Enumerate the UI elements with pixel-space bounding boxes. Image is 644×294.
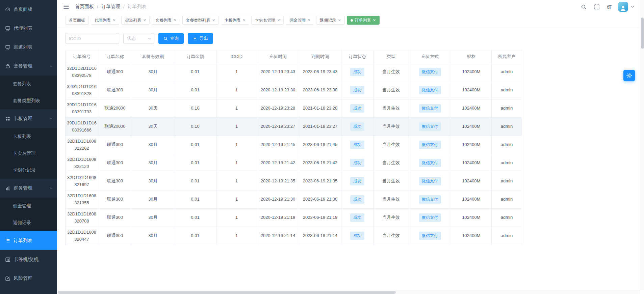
- cell-name: 联通300: [98, 227, 132, 245]
- chevron-up-icon: [49, 117, 53, 121]
- close-icon[interactable]: ×: [174, 18, 176, 23]
- sidebar-item-agents[interactable]: 代理列表: [0, 19, 57, 38]
- cell-recharge_time: 2020-12-19 21:42: [257, 154, 299, 172]
- tab-item[interactable]: 首页面板: [65, 16, 89, 25]
- cell-type: 当月生效: [373, 99, 409, 118]
- cell-iccid: 1: [216, 190, 257, 209]
- avatar[interactable]: [618, 2, 628, 12]
- orders-table: 订单编号订单名称套餐有效期订单金额ICCID充值时间到期时间订单状态类型充值方式…: [65, 50, 522, 245]
- tab-label: 首页面板: [69, 18, 85, 23]
- cell-spec: 102400M: [451, 190, 492, 209]
- cell-amount: 0.01: [174, 190, 216, 209]
- chevron-down-icon[interactable]: [630, 5, 635, 9]
- cell-iccid: 1: [216, 172, 257, 190]
- search-icon[interactable]: [581, 4, 587, 10]
- sidebar-subitem[interactable]: 卡划分记录: [0, 162, 57, 179]
- sidebar-subitem[interactable]: 卡板列表: [0, 128, 57, 145]
- sidebar-item-card-stop[interactable]: 卡停机/复机: [0, 250, 57, 269]
- menu-collapse-icon[interactable]: [63, 3, 70, 10]
- fullscreen-icon[interactable]: [594, 4, 600, 10]
- sidebar-item-label: 订单列表: [14, 238, 32, 244]
- table-row: 39D1D1D1D1608391733联通2000030天0.1012020-1…: [66, 99, 522, 118]
- sidebar-item-finance[interactable]: 财务管理: [0, 179, 57, 198]
- close-icon[interactable]: ×: [212, 18, 215, 23]
- cell-iccid: 1: [216, 63, 257, 81]
- cell-spec: 102400M: [451, 81, 492, 99]
- cell-amount: 0.01: [174, 81, 216, 99]
- horizontal-scrollbar[interactable]: [57, 290, 640, 294]
- cell-expire_time: 2023-06-19 21:19: [299, 209, 341, 227]
- tab-item[interactable]: 订单列表×: [347, 16, 380, 25]
- close-icon[interactable]: ×: [113, 18, 115, 23]
- tab-item[interactable]: 套餐类型列表×: [182, 16, 219, 25]
- pay-method-badge: 微信支付: [419, 159, 441, 167]
- cell-status: 成功: [341, 154, 373, 172]
- search-button[interactable]: 查询: [158, 33, 184, 44]
- close-icon[interactable]: ×: [143, 18, 146, 23]
- cell-recharge_time: 2020-12-19 21:14: [257, 227, 299, 245]
- cell-validity: 30月: [132, 136, 174, 154]
- cell-validity: 30天: [132, 99, 174, 118]
- column-header-recharge_time: 充值时间: [257, 50, 299, 63]
- breadcrumb-separator: /: [97, 4, 98, 9]
- sidebar-item-channels[interactable]: 渠道列表: [0, 38, 57, 57]
- tab-item[interactable]: 代理列表×: [91, 16, 119, 25]
- board-icon: [5, 26, 10, 31]
- tab-item[interactable]: 佣金管理×: [286, 16, 314, 25]
- vertical-scrollbar-thumb[interactable]: [641, 18, 644, 49]
- sidebar-item-packages[interactable]: 套餐管理: [0, 57, 57, 76]
- status-select[interactable]: 状态: [123, 33, 154, 44]
- horizontal-scrollbar-thumb[interactable]: [58, 291, 396, 294]
- sidebar-item-dashboard[interactable]: 首页面板: [0, 0, 57, 19]
- sidebar-item-cards[interactable]: 卡板管理: [0, 109, 57, 128]
- sidebar-subitem[interactable]: 套餐列表: [0, 76, 57, 92]
- close-icon[interactable]: ×: [308, 18, 310, 23]
- tab-item[interactable]: 渠道列表×: [121, 16, 150, 25]
- active-tab-dot: [351, 19, 353, 22]
- sidebar-subitem[interactable]: 返佣记录: [0, 214, 57, 231]
- pay-method-badge: 微信支付: [419, 122, 441, 131]
- tab-item[interactable]: 卡实名管理×: [251, 16, 284, 25]
- close-icon[interactable]: ×: [277, 18, 280, 23]
- topbar-right: tT: [581, 2, 635, 12]
- cell-validity: 30月: [132, 172, 174, 190]
- breadcrumb-item[interactable]: 订单管理: [101, 4, 120, 10]
- sidebar-item-orders[interactable]: 订单列表: [0, 231, 57, 250]
- cell-order_no: 39D1D1D1D1608391733: [66, 99, 98, 118]
- tab-bar: 首页面板代理列表×渠道列表×套餐列表×套餐类型列表×卡板列表×卡实名管理×佣金管…: [57, 13, 644, 27]
- cell-validity: 30月: [132, 63, 174, 81]
- cell-status: 成功: [341, 190, 373, 209]
- tab-item[interactable]: 套餐列表×: [152, 16, 180, 25]
- settings-fab[interactable]: [623, 70, 635, 81]
- vertical-scrollbar[interactable]: [640, 0, 644, 290]
- cell-name: 联通20000: [98, 99, 132, 118]
- close-icon[interactable]: ×: [243, 18, 246, 23]
- chevron-up-icon: [49, 186, 53, 190]
- export-button[interactable]: 导出: [188, 33, 213, 44]
- table-row: 32D1D1D1608320447联通30030月0.0112020-12-19…: [66, 227, 522, 245]
- cell-spec: 102400M: [451, 63, 492, 81]
- tab-label: 渠道列表: [125, 18, 141, 23]
- edit-icon: [5, 276, 10, 281]
- table-row: 32D1D2D1D1608392578联通30030月0.0112020-12-…: [66, 63, 522, 81]
- close-icon[interactable]: ×: [373, 18, 376, 23]
- cell-expire_time: 2023-06-19 23:30: [299, 81, 341, 99]
- sidebar-item-risk[interactable]: 风险管理: [0, 269, 57, 288]
- cell-type: 当月生效: [373, 172, 409, 190]
- status-badge: 成功: [350, 141, 364, 149]
- column-header-type: 类型: [373, 50, 409, 63]
- sidebar-subitem[interactable]: 套餐类型列表: [0, 92, 57, 109]
- close-icon[interactable]: ×: [338, 18, 341, 23]
- font-size-icon[interactable]: tT: [607, 4, 611, 10]
- sidebar-subitem[interactable]: 佣金管理: [0, 198, 57, 214]
- breadcrumb-item[interactable]: 首页面板: [75, 4, 94, 10]
- breadcrumb-separator: /: [123, 4, 125, 9]
- cell-validity: 30天: [132, 118, 174, 136]
- tab-item[interactable]: 返佣记录×: [316, 16, 344, 25]
- tab-label: 卡实名管理: [255, 18, 275, 23]
- iccid-input[interactable]: [65, 33, 119, 44]
- sidebar-item-label: 套餐管理: [14, 63, 32, 69]
- sidebar-subitem[interactable]: 卡实名管理: [0, 145, 57, 162]
- cell-iccid: 1: [216, 81, 257, 99]
- tab-item[interactable]: 卡板列表×: [221, 16, 249, 25]
